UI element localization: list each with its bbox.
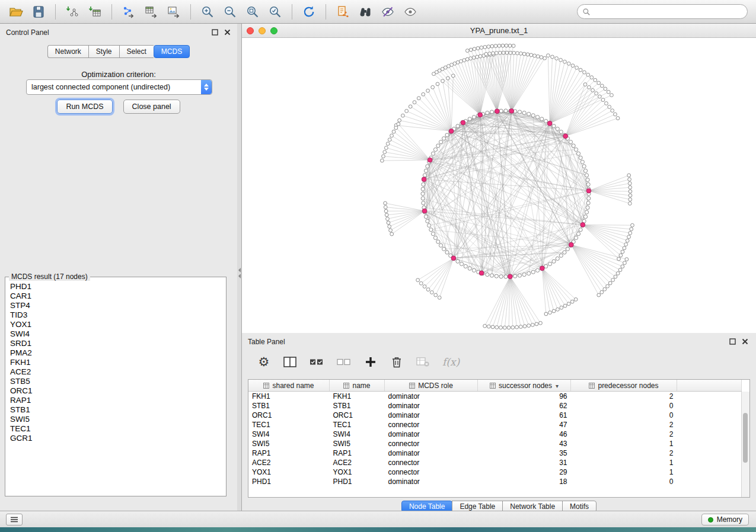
- export-network-button[interactable]: [119, 2, 139, 21]
- tab-mcds[interactable]: MCDS: [154, 45, 190, 58]
- table-cell[interactable]: dominator: [385, 392, 478, 402]
- deselect-all-columns-button[interactable]: [337, 354, 351, 370]
- column-header-mcds-role[interactable]: MCDS role: [385, 380, 478, 392]
- table-row[interactable]: SWI5SWI5connector431: [248, 439, 742, 448]
- splitter-collapse-icon[interactable]: [238, 265, 241, 281]
- table-cell[interactable]: 62: [478, 401, 571, 411]
- mcds-result-list[interactable]: PHD1CAR1STP4TID3YOX1SWI4SRD1PMA2FKH1ACE2…: [5, 282, 226, 483]
- table-cell[interactable]: [677, 411, 742, 420]
- table-cell[interactable]: [677, 420, 742, 430]
- dropdown-stepper-icon[interactable]: [201, 80, 212, 94]
- table-cell[interactable]: YOX1: [248, 467, 330, 477]
- import-table-button[interactable]: [85, 2, 105, 21]
- table-cell[interactable]: 1: [571, 467, 677, 477]
- mcds-result-item[interactable]: STP4: [10, 301, 226, 310]
- table-cell[interactable]: ORC1: [330, 411, 385, 420]
- table-cell[interactable]: [677, 458, 742, 467]
- table-row[interactable]: SWI4SWI4dominator462: [248, 430, 742, 439]
- table-cell[interactable]: ORC1: [248, 411, 330, 420]
- column-header-predecessor-nodes[interactable]: predecessor nodes: [571, 380, 677, 392]
- close-panel-icon[interactable]: [223, 28, 231, 36]
- mcds-result-item[interactable]: TID3: [10, 310, 226, 320]
- network-canvas[interactable]: [242, 38, 756, 333]
- delete-column-button[interactable]: [390, 354, 403, 370]
- table-cell[interactable]: 2: [571, 430, 677, 439]
- table-cell[interactable]: connector: [385, 420, 478, 430]
- panel-splitter[interactable]: [237, 24, 242, 511]
- mcds-result-item[interactable]: CAR1: [10, 291, 226, 301]
- table-row[interactable]: TEC1TEC1connector472: [248, 420, 742, 430]
- table-cell[interactable]: 43: [478, 439, 571, 448]
- table-cell[interactable]: YOX1: [330, 467, 385, 477]
- table-row[interactable]: STB1STB1dominator620: [248, 401, 742, 411]
- table-cell[interactable]: TEC1: [248, 420, 330, 430]
- refresh-view-button[interactable]: [299, 2, 319, 21]
- table-cell[interactable]: [677, 477, 742, 486]
- tab-select[interactable]: Select: [119, 45, 154, 58]
- table-cell[interactable]: SWI4: [248, 430, 330, 439]
- table-cell[interactable]: [677, 430, 742, 439]
- scrollbar-thumb[interactable]: [743, 413, 748, 463]
- table-cell[interactable]: 1: [571, 458, 677, 467]
- show-columns-button[interactable]: [283, 354, 296, 370]
- table-cell[interactable]: connector: [385, 458, 478, 467]
- table-cell[interactable]: [677, 401, 742, 411]
- search-network-button[interactable]: [355, 2, 375, 21]
- table-row[interactable]: YOX1YOX1connector291: [248, 467, 742, 477]
- table-cell[interactable]: ACE2: [248, 458, 330, 467]
- table-cell[interactable]: STB1: [248, 401, 330, 411]
- table-row[interactable]: FKH1FKH1dominator962: [248, 392, 742, 402]
- table-cell[interactable]: PHD1: [248, 477, 330, 486]
- mcds-result-item[interactable]: STB1: [10, 405, 226, 415]
- mcds-result-item[interactable]: ORC1: [10, 386, 226, 396]
- table-cell[interactable]: 46: [478, 430, 571, 439]
- table-cell[interactable]: RAP1: [248, 448, 330, 458]
- column-header-name[interactable]: name: [330, 380, 385, 392]
- table-cell[interactable]: dominator: [385, 401, 478, 411]
- zoom-out-button[interactable]: [220, 2, 240, 21]
- column-header-shared-name[interactable]: shared name: [248, 380, 330, 392]
- table-cell[interactable]: 2: [571, 448, 677, 458]
- table-cell[interactable]: 35: [478, 448, 571, 458]
- table-cell[interactable]: 2: [571, 420, 677, 430]
- table-cell[interactable]: 29: [478, 467, 571, 477]
- table-cell[interactable]: [677, 448, 742, 458]
- function-builder-button[interactable]: f(x): [442, 354, 460, 370]
- mcds-result-item[interactable]: SWI5: [10, 415, 226, 424]
- show-annotations-button[interactable]: [400, 2, 420, 21]
- mcds-result-item[interactable]: SWI4: [10, 329, 226, 339]
- mcds-result-item[interactable]: GCR1: [10, 434, 226, 443]
- mcds-result-item[interactable]: STB5: [10, 377, 226, 386]
- hide-annotations-button[interactable]: [378, 2, 398, 21]
- close-panel-button[interactable]: Close panel: [123, 100, 180, 114]
- table-cell[interactable]: 0: [571, 401, 677, 411]
- table-cell[interactable]: STB1: [330, 401, 385, 411]
- criterion-dropdown[interactable]: largest connected component (undirected): [26, 79, 212, 95]
- delete-table-button[interactable]: [416, 354, 429, 370]
- table-cell[interactable]: 61: [478, 411, 571, 420]
- table-row[interactable]: PHD1PHD1dominator180: [248, 477, 742, 486]
- table-cell[interactable]: 0: [571, 477, 677, 486]
- zoom-in-button[interactable]: [197, 2, 218, 21]
- mcds-result-item[interactable]: PHD1: [10, 282, 226, 291]
- save-session-button[interactable]: [28, 2, 49, 21]
- table-cell[interactable]: PHD1: [330, 477, 385, 486]
- table-cell[interactable]: connector: [385, 439, 478, 448]
- mcds-result-item[interactable]: FKH1: [10, 358, 226, 367]
- table-cell[interactable]: dominator: [385, 477, 478, 486]
- table-scrollbar[interactable]: [741, 392, 749, 497]
- table-row[interactable]: ORC1ORC1dominator610: [248, 411, 742, 420]
- table-cell[interactable]: 96: [478, 392, 571, 402]
- table-cell[interactable]: SWI4: [330, 430, 385, 439]
- tab-style[interactable]: Style: [88, 45, 119, 58]
- table-cell[interactable]: SWI5: [248, 439, 330, 448]
- table-cell[interactable]: TEC1: [330, 420, 385, 430]
- share-document-button[interactable]: [333, 2, 353, 21]
- zoom-fit-button[interactable]: [243, 2, 263, 21]
- open-file-button[interactable]: [6, 2, 26, 21]
- column-header-successor-nodes[interactable]: successor nodes▾: [478, 380, 571, 392]
- table-cell[interactable]: RAP1: [330, 448, 385, 458]
- table-cell[interactable]: FKH1: [330, 392, 385, 402]
- table-cell[interactable]: [677, 467, 742, 477]
- search-input[interactable]: [594, 7, 742, 17]
